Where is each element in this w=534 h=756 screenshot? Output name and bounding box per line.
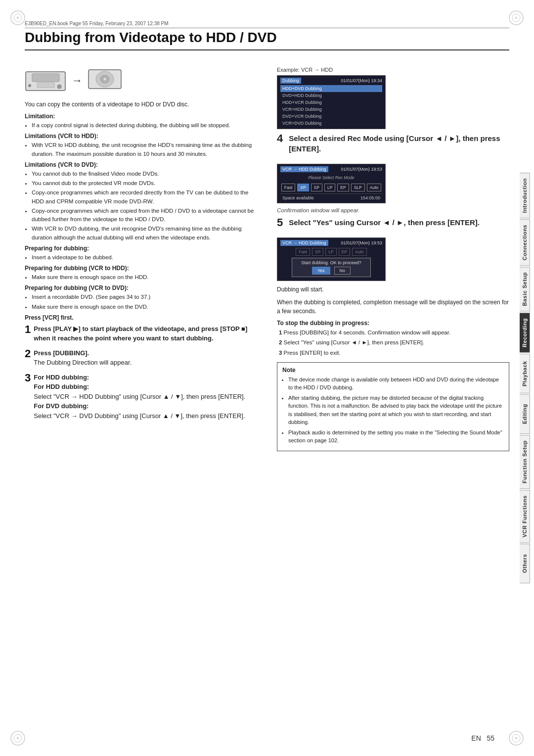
screen-1-item-3: VCR+HDD Dubbing — [280, 106, 382, 113]
arrow-icon: → — [72, 74, 83, 87]
screen-1-header: Dubbing 01/01/07(Mon) 19:34 — [280, 78, 382, 84]
step-4-header: Select a desired Rec Mode using [Cursor … — [289, 133, 509, 154]
list-item: Copy-once programmes which are copied fr… — [32, 207, 257, 224]
corner-decoration-tl — [9, 9, 27, 27]
step-4-num: 4 — [277, 133, 283, 144]
screen-3: VCR → HDD Dubbing 01/01/07(Mon) 19:53 Fa… — [277, 237, 386, 281]
limitations-vcr-hdd-list: With VCR to HDD dubbing, the unit recogn… — [25, 141, 257, 158]
screen-2-divider — [280, 193, 382, 194]
page-title: Dubbing from Videotape to HDD / DVD — [25, 30, 509, 50]
screen-3-yes-btn: Yes — [312, 267, 330, 275]
step-1: 1 Press [PLAY ▶] to start playback of th… — [25, 324, 257, 343]
rec-btn-lp-3: LP — [325, 248, 336, 256]
limitations-vcr-dvd-header: Limitations (VCR to DVD): — [25, 161, 257, 168]
rec-btn-sp: SP — [311, 184, 322, 191]
rec-btn-auto: Auto — [367, 184, 382, 191]
vcr-graphic: → — [25, 67, 257, 94]
step-2-text: Press [DUBBING]. The Dubbing Direction w… — [34, 348, 257, 368]
list-item: With VCR to DVD dubbing, the unit recogn… — [32, 225, 257, 242]
preparing-dubbing-header: Preparing for dubbing: — [25, 245, 257, 252]
step-1-num: 1 — [25, 324, 31, 335]
step-1-text: Press [PLAY ▶] to start playback of the … — [34, 324, 257, 343]
step-3-num: 3 — [25, 373, 31, 383]
note-item-1: The device mode change is available only… — [288, 376, 504, 392]
step-3: 3 For HDD dubbing: For HDD dubbing: Sele… — [25, 373, 257, 421]
preparing-dvd-item-2: Make sure there is enough space on the D… — [32, 303, 257, 311]
corner-decoration-bl — [9, 729, 27, 747]
main-content: → You can copy the contents of a videota… — [25, 67, 509, 731]
preparing-hdd-item: Make sure there is enough space on the H… — [32, 273, 257, 282]
svg-rect-14 — [37, 83, 54, 88]
screen-2-rec-modes: Fast XP SP LP EP SLP Auto — [280, 184, 382, 191]
step-3-text: For HDD dubbing: For HDD dubbing: Select… — [34, 373, 257, 421]
dubbing-complete-text: When the dubbing is completed, completio… — [277, 298, 509, 316]
to-stop-section: To stop the dubbing in progress: 1 Press… — [277, 320, 509, 357]
to-stop-item-1: 1 Press [DUBBING] for 4 seconds. Confirm… — [279, 329, 509, 337]
note-label: Note — [282, 367, 504, 374]
page-number-area: EN 55 — [471, 734, 494, 742]
screen-1-item-0: HDD+DVD Dubbing — [280, 85, 382, 92]
screen-1-title: Dubbing — [280, 78, 301, 84]
preparing-hdd-header: Preparing for dubbing (VCR to HDD): — [25, 265, 257, 272]
page-info: E3B90ED_EN.book Page 55 Friday, February… — [25, 21, 169, 26]
limitations-vcr-dvd-list: You cannot dub to the finalised Video mo… — [25, 170, 257, 242]
sidebar-tab-function-setup[interactable]: Function Setup — [520, 435, 530, 489]
limitations-vcr-hdd-item: With VCR to HDD dubbing, the unit recogn… — [32, 141, 257, 158]
screen-2-please-select: Please Select Rec Mode — [280, 174, 382, 182]
note-item-3: Playback audio is determined by the sett… — [288, 428, 504, 445]
preparing-dvd-list: Insert a recordable DVD. (See pages 34 t… — [25, 293, 257, 311]
screen-3-rec-modes: Fast SP LP EP Auto — [280, 248, 382, 256]
rec-btn-xp: XP — [297, 184, 309, 191]
screen-1-time: 01/01/07(Mon) 19:34 — [341, 78, 382, 83]
note-list: The device mode change is available only… — [282, 376, 504, 445]
screen-1-item-5: VCR+DVD Dubbing — [280, 120, 382, 127]
step-2: 2 Press [DUBBING]. The Dubbing Direction… — [25, 348, 257, 368]
limitation-header: Limitation: — [25, 113, 257, 120]
note-item-2: After starting dubbing, the picture may … — [288, 394, 504, 426]
svg-point-20 — [103, 78, 106, 81]
sidebar-tab-connections[interactable]: Connections — [520, 219, 530, 266]
rec-btn-ep: EP — [337, 184, 349, 191]
screen-3-dialog: Start dubbing. OK to proceed? Yes No — [292, 258, 371, 277]
preparing-hdd-list: Make sure there is enough space on the H… — [25, 273, 257, 282]
step-3-hdd-label: For HDD dubbing: — [34, 374, 89, 381]
limitations-vcr-hdd-header: Limitations (VCR to HDD): — [25, 133, 257, 140]
list-item: You cannot dub to the protected VR mode … — [32, 179, 257, 188]
list-item: Copy-once programmes which are recorded … — [32, 189, 257, 206]
example-label: Example: VCR → HDD — [277, 67, 509, 73]
step-4: 4 Select a desired Rec Mode using [Curso… — [277, 133, 509, 157]
svg-point-8 — [17, 737, 19, 739]
sidebar-tab-playback[interactable]: Playback — [520, 354, 530, 393]
sidebar-tab-editing[interactable]: Editing — [520, 394, 530, 434]
step-5-num: 5 — [277, 217, 283, 228]
screen-1: Dubbing 01/01/07(Mon) 19:34 HDD+DVD Dubb… — [277, 75, 386, 129]
rec-btn-sp-3: SP — [312, 248, 323, 256]
to-stop-header: To stop the dubbing in progress: — [277, 320, 509, 327]
rec-btn-lp: LP — [324, 184, 335, 191]
sidebar-tab-vcr-functions[interactable]: VCR Functions — [520, 490, 530, 543]
dvd-image — [88, 67, 122, 94]
step-5-header: Select "Yes" using Cursor ◄ / ►, then pr… — [289, 217, 480, 228]
screen-3-no-btn: No — [334, 267, 351, 275]
screen-3-confirm-btns: Yes No — [295, 267, 367, 275]
preparing-dubbing-item: Insert a videotape to be dubbed. — [32, 253, 257, 262]
sidebar-tab-basic-setup[interactable]: Basic Setup — [520, 267, 530, 311]
screen-3-header: VCR → HDD Dubbing 01/01/07(Mon) 19:53 — [280, 240, 382, 246]
to-stop-list: 1 Press [DUBBING] for 4 seconds. Confirm… — [277, 329, 509, 357]
intro-text: You can copy the contents of a videotape… — [25, 100, 257, 109]
screen-1-item-1: DVD+HDD Dubbing — [280, 92, 382, 99]
screen-3-title: VCR → HDD Dubbing — [280, 240, 328, 246]
rec-btn-fast: Fast — [281, 184, 296, 191]
screen-3-time: 01/01/07(Mon) 19:53 — [341, 240, 382, 245]
note-box: Note The device mode change is available… — [277, 362, 509, 451]
preparing-dvd-header: Preparing for dubbing (VCR to DVD): — [25, 284, 257, 291]
right-column: Example: VCR → HDD Dubbing 01/01/07(Mon)… — [273, 67, 509, 731]
preparing-dubbing-list: Insert a videotape to be dubbed. — [25, 253, 257, 262]
svg-rect-13 — [32, 74, 59, 82]
screen-2-header: VCR → HDD Dubbing 01/01/07(Mon) 19:53 — [280, 166, 382, 172]
page-number: 55 — [487, 734, 494, 742]
sidebar-tab-introduction[interactable]: Introduction — [520, 173, 530, 218]
to-stop-item-2: 2 Select "Yes" using [Cursor ◄ / ►], the… — [279, 338, 509, 347]
sidebar-tab-others[interactable]: Others — [520, 544, 530, 583]
sidebar-tab-recording[interactable]: Recording — [520, 313, 530, 353]
